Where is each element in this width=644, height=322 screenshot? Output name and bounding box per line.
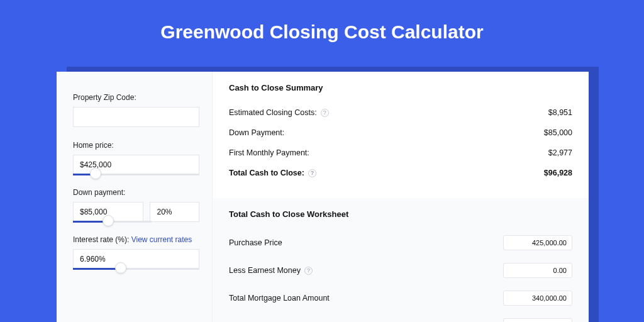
worksheet-row-label: Less Earnest Money — [229, 266, 301, 275]
calculator-card: Property Zip Code: Home price: Down paym… — [57, 72, 589, 322]
worksheet-title: Total Cash to Close Worksheet — [229, 209, 572, 219]
slider-thumb-icon[interactable] — [115, 262, 126, 274]
summary-row-value: $85,000 — [544, 128, 572, 137]
down-payment-label: Down payment: — [73, 188, 199, 197]
summary-row-label: Total Cash to Close: — [229, 169, 304, 177]
help-icon[interactable]: ? — [304, 267, 313, 275]
interest-rate-label-text: Interest rate (%): — [73, 235, 131, 244]
interest-rate-label: Interest rate (%): View current rates — [73, 235, 199, 244]
summary-row-label: Estimated Closing Costs: — [229, 108, 317, 117]
worksheet-row: Total Mortgage Loan Amount — [229, 284, 572, 312]
zip-input[interactable] — [73, 107, 199, 127]
inputs-pane: Property Zip Code: Home price: Down paym… — [57, 72, 213, 322]
summary-row: First Monthly Payment: $2,977 — [229, 143, 572, 163]
worksheet-row: Purchase Price — [229, 229, 572, 257]
interest-rate-input[interactable] — [73, 249, 199, 269]
summary-row-value: $2,977 — [548, 148, 572, 157]
summary-row-value: $96,928 — [544, 169, 572, 177]
page-title: Greenwood Closing Cost Calculator — [0, 0, 644, 60]
help-icon[interactable]: ? — [321, 109, 329, 117]
slider-thumb-icon[interactable] — [103, 215, 114, 226]
down-payment-slider[interactable] — [73, 222, 152, 224]
view-rates-link[interactable]: View current rates — [131, 235, 192, 244]
worksheet-value-input[interactable] — [503, 263, 572, 278]
summary-row-total: Total Cash to Close: ? $96,928 — [229, 163, 572, 183]
summary-row: Estimated Closing Costs: ? $8,951 — [229, 103, 572, 123]
worksheet-value-input[interactable] — [503, 235, 572, 250]
worksheet-row: Total Second Mortgage Amount — [229, 312, 572, 322]
worksheet-value-input[interactable] — [503, 291, 572, 306]
zip-label: Property Zip Code: — [73, 93, 199, 102]
worksheet-value-input[interactable] — [503, 318, 572, 322]
summary-row-value: $8,951 — [548, 108, 572, 117]
section-divider — [229, 183, 572, 194]
help-icon[interactable]: ? — [308, 169, 316, 177]
worksheet-row-label: Purchase Price — [229, 238, 282, 247]
summary-row-label: First Monthly Payment: — [229, 148, 309, 157]
down-payment-pct-input[interactable] — [150, 202, 199, 222]
slider-thumb-icon[interactable] — [90, 168, 101, 179]
worksheet-row-label: Total Mortgage Loan Amount — [229, 294, 330, 303]
summary-title: Cash to Close Summary — [229, 83, 572, 92]
interest-rate-slider[interactable] — [73, 269, 199, 271]
summary-row: Down Payment: $85,000 — [229, 123, 572, 143]
worksheet-row: Less Earnest Money ? — [229, 257, 572, 284]
home-price-label: Home price: — [73, 141, 199, 150]
worksheet-section: Total Cash to Close Worksheet Purchase P… — [213, 198, 589, 322]
home-price-slider[interactable] — [73, 175, 199, 177]
summary-pane: Cash to Close Summary Estimated Closing … — [213, 72, 589, 322]
summary-row-label: Down Payment: — [229, 128, 284, 137]
